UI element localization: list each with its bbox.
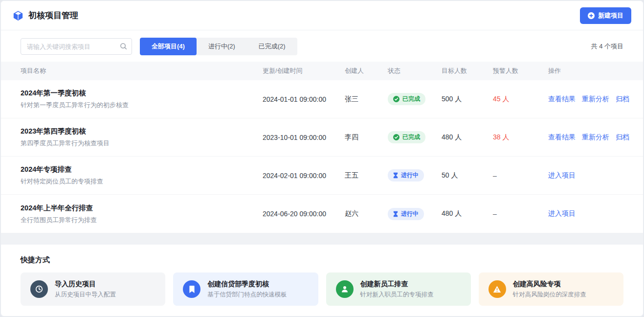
shortcut-create-high-risk-special[interactable]: 创建高风险专项 针对高风险岗位的深度排查	[479, 272, 623, 306]
project-creator: 王五	[345, 171, 388, 180]
table-header: 项目名称 更新/创建时间 创建人 状态 目标人数 预警人数 操作	[1, 62, 643, 80]
project-description: 全行范围员工异常行为排查	[21, 216, 263, 225]
shortcut-import-history[interactable]: 导入历史项目 从历史项目中导入配置	[21, 272, 165, 306]
project-time: 2024-06-20 09:00:00	[263, 210, 345, 218]
project-creator: 李四	[345, 133, 388, 142]
project-description: 针对特定岗位员工的专项排查	[21, 177, 263, 186]
project-name: 2024年上半年全行排查	[21, 204, 263, 213]
plus-circle-icon	[588, 12, 595, 19]
section-divider	[1, 233, 643, 245]
shortcut-cards: 导入历史项目 从历史项目中导入配置 创建信贷部季度初核 基于信贷部门特点的快速模…	[21, 272, 623, 306]
warning-count: –	[493, 172, 548, 180]
target-count: 500 人	[442, 95, 493, 104]
table-row: 2024年上半年全行排查 全行范围员工异常行为排查 2024-06-20 09:…	[1, 195, 643, 233]
cube-icon	[13, 10, 23, 21]
shortcut-description: 基于信贷部门特点的快速模板	[207, 291, 287, 299]
row-actions: 查看结果 重新分析 归档	[548, 95, 629, 104]
hourglass-icon	[393, 172, 398, 179]
project-time: 2024-02-01 09:00:00	[263, 172, 345, 180]
status-badge: 进行中	[388, 169, 424, 181]
shortcut-title: 创建高风险专项	[513, 280, 586, 289]
total-project-count: 共 4 个项目	[591, 42, 623, 51]
header-left: 初核项目管理	[13, 10, 78, 21]
project-name: 2023年第四季度初核	[21, 127, 263, 136]
new-project-button[interactable]: 新建项目	[580, 7, 631, 24]
reanalyze-link[interactable]: 重新分析	[582, 95, 609, 104]
shortcut-description: 针对高风险岗位的深度排查	[513, 291, 586, 299]
new-project-label: 新建项目	[598, 11, 623, 20]
project-name: 2024年第一季度初核	[21, 89, 263, 98]
clock-icon	[30, 280, 48, 298]
hourglass-icon	[393, 211, 398, 217]
status-badge: 已完成	[388, 93, 425, 105]
status-badge: 进行中	[388, 208, 424, 220]
project-creator: 赵六	[345, 209, 388, 218]
user-icon	[336, 280, 354, 298]
view-results-link[interactable]: 查看结果	[548, 95, 576, 104]
table-row: 2023年第四季度初核 第四季度员工异常行为核查项目 2023-10-01 09…	[1, 118, 643, 157]
col-actions: 操作	[548, 67, 623, 75]
toolbar: 全部项目(4) 进行中(2) 已完成(2) 共 4 个项目	[1, 30, 643, 62]
warning-count: 45 人	[493, 95, 548, 104]
project-time: 2024-01-01 09:00:00	[263, 95, 345, 103]
enter-project-link[interactable]: 进入项目	[548, 171, 576, 180]
project-time: 2023-10-01 09:00:00	[263, 134, 345, 141]
target-count: 480 人	[442, 133, 493, 142]
col-project-name: 项目名称	[21, 67, 263, 75]
project-name: 2024年专项排查	[21, 165, 263, 174]
shortcut-description: 从历史项目中导入配置	[55, 291, 116, 299]
page-title: 初核项目管理	[28, 10, 78, 21]
col-target-count: 目标人数	[442, 67, 493, 75]
search-input[interactable]	[21, 38, 132, 55]
target-count: 50 人	[442, 171, 493, 180]
col-creator: 创建人	[345, 67, 388, 75]
status-badge: 已完成	[388, 131, 425, 143]
row-actions: 查看结果 重新分析 归档	[548, 133, 629, 142]
search-icon	[120, 43, 127, 52]
col-update-time: 更新/创建时间	[263, 67, 345, 75]
shortcut-description: 针对新入职员工的专项排查	[360, 291, 434, 299]
shortcut-create-credit-review[interactable]: 创建信贷部季度初核 基于信贷部门特点的快速模板	[173, 272, 318, 306]
project-description: 第四季度员工异常行为核查项目	[21, 139, 263, 148]
view-results-link[interactable]: 查看结果	[548, 133, 576, 142]
row-actions: 进入项目	[548, 209, 623, 218]
row-actions: 进入项目	[548, 171, 623, 180]
check-circle-icon	[393, 134, 400, 140]
warning-count: 38 人	[493, 133, 548, 142]
warning-count: –	[493, 210, 548, 218]
project-creator: 张三	[345, 95, 388, 104]
table-row: 2024年专项排查 针对特定岗位员工的专项排查 2024-02-01 09:00…	[1, 157, 643, 195]
warning-icon	[489, 280, 506, 298]
target-count: 480 人	[442, 209, 493, 218]
archive-link[interactable]: 归档	[616, 95, 629, 104]
search-box	[21, 38, 132, 55]
check-circle-icon	[393, 96, 400, 102]
col-status: 状态	[388, 67, 442, 75]
shortcuts-section: 快捷方式 导入历史项目 从历史项目中导入配置	[1, 245, 643, 306]
tab-all-projects[interactable]: 全部项目(4)	[140, 38, 197, 55]
project-filter-tabs: 全部项目(4) 进行中(2) 已完成(2)	[140, 38, 297, 55]
project-description: 针对第一季度员工异常行为的初步核查	[21, 101, 263, 110]
tab-in-progress[interactable]: 进行中(2)	[197, 38, 247, 55]
tab-completed[interactable]: 已完成(2)	[247, 38, 297, 55]
archive-link[interactable]: 归档	[616, 133, 629, 142]
reanalyze-link[interactable]: 重新分析	[582, 133, 609, 142]
bookmark-icon	[183, 280, 200, 298]
shortcut-title: 创建新员工排查	[360, 280, 434, 289]
page-header: 初核项目管理 新建项目	[1, 1, 643, 30]
col-warning-count: 预警人数	[493, 67, 548, 75]
table-row: 2024年第一季度初核 针对第一季度员工异常行为的初步核查 2024-01-01…	[1, 80, 643, 118]
enter-project-link[interactable]: 进入项目	[548, 209, 576, 218]
project-management-page: 初核项目管理 新建项目 全部项目(4) 进行中(2) 已完成(2	[0, 0, 644, 317]
shortcut-title: 导入历史项目	[55, 280, 116, 289]
shortcut-title: 创建信贷部季度初核	[207, 280, 287, 289]
shortcut-create-new-employee-check[interactable]: 创建新员工排查 针对新入职员工的专项排查	[326, 272, 471, 306]
shortcuts-title: 快捷方式	[21, 255, 623, 265]
